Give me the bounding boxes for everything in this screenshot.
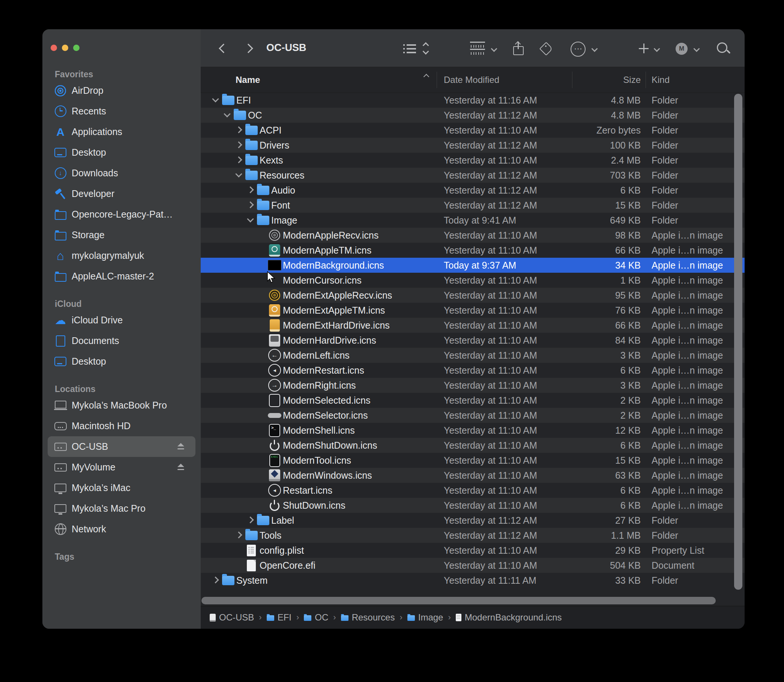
table-row[interactable]: ModernExtHardDrive.icnsYesterday at 11:1…: [201, 318, 745, 333]
table-row[interactable]: ModernLeft.icnsYesterday at 11:10 AM3 KB…: [201, 348, 745, 363]
path-item[interactable]: EFI: [267, 612, 292, 623]
group-grid-icon[interactable]: [470, 41, 485, 55]
table-row[interactable]: ModernExtAppleRecv.icnsYesterday at 11:1…: [201, 288, 745, 303]
column-divider[interactable]: [645, 72, 646, 88]
search-icon[interactable]: [717, 42, 727, 53]
table-row[interactable]: ModernAppleTM.icnsYesterday at 11:10 AM6…: [201, 243, 745, 258]
column-divider[interactable]: [437, 72, 437, 88]
table-row[interactable]: ShutDown.icnsYesterday at 11:10 AM6 KBAp…: [201, 498, 745, 513]
horizontal-scrollbar[interactable]: [201, 597, 716, 604]
table-row[interactable]: ModernWindows.icnsYesterday at 11:10 AM6…: [201, 468, 745, 483]
table-row[interactable]: ModernTool.icnsYesterday at 11:10 AM15 K…: [201, 453, 745, 468]
table-row[interactable]: ModernAppleRecv.icnsYesterday at 11:10 A…: [201, 228, 745, 243]
table-row[interactable]: ModernSelected.icnsYesterday at 11:10 AM…: [201, 393, 745, 408]
chevron-down-icon[interactable]: [212, 96, 219, 102]
sidebar-item-recents[interactable]: Recents: [48, 101, 196, 121]
sort-chevrons-icon[interactable]: [422, 42, 430, 55]
path-item[interactable]: Resources: [341, 612, 395, 623]
tag-icon[interactable]: [540, 43, 551, 54]
column-divider[interactable]: [572, 72, 572, 88]
table-row[interactable]: KextsYesterday at 11:10 AM2.4 MBFolder: [201, 153, 745, 168]
user-chevron-icon[interactable]: [693, 46, 700, 52]
table-row[interactable]: ACPIYesterday at 11:10 AMZero bytesFolde…: [201, 123, 745, 138]
more-options-icon[interactable]: [570, 41, 586, 57]
table-row[interactable]: ModernHardDrive.icnsYesterday at 11:10 A…: [201, 333, 745, 348]
table-row[interactable]: ModernCursor.icnsYesterday at 11:10 AM1 …: [201, 273, 745, 288]
chevron-right-icon[interactable]: [235, 532, 242, 538]
sidebar-item-airdrop[interactable]: AirDrop: [48, 80, 196, 101]
sidebar-item-developer[interactable]: Developer: [48, 183, 196, 204]
chevron-right-icon[interactable]: [247, 186, 253, 193]
group-chevron-icon[interactable]: [491, 46, 497, 52]
add-chevron-icon[interactable]: [654, 46, 660, 52]
table-row[interactable]: FontYesterday at 11:12 AM15 KBFolder: [201, 198, 745, 213]
table-row[interactable]: ModernShutDown.icnsYesterday at 11:10 AM…: [201, 438, 745, 453]
back-button[interactable]: [219, 43, 228, 53]
chevron-right-icon[interactable]: [235, 126, 242, 133]
sidebar-item-desktop[interactable]: Desktop: [48, 142, 196, 163]
table-row[interactable]: SystemYesterday at 11:11 AM33 KBFolder: [201, 573, 745, 588]
sidebar-item-mykola-s-macbook-pro[interactable]: Mykola’s MacBook Pro: [48, 395, 196, 416]
table-row[interactable]: EFIYesterday at 11:16 AM4.8 MBFolder: [201, 92, 745, 108]
column-header-kind[interactable]: Kind: [652, 75, 669, 85]
table-row[interactable]: ModernShell.icnsYesterday at 11:10 AM12 …: [201, 423, 745, 438]
sidebar-item-desktop[interactable]: Desktop: [48, 351, 196, 372]
sidebar-item-documents[interactable]: Documents: [48, 330, 196, 351]
eject-icon[interactable]: [177, 464, 185, 470]
sidebar-item-mykolagrymalyuk[interactable]: mykolagrymalyuk: [48, 245, 196, 266]
minimize-window-button[interactable]: [62, 45, 68, 51]
chevron-down-icon[interactable]: [223, 111, 230, 118]
chevron-down-icon[interactable]: [247, 216, 253, 223]
forward-button[interactable]: [244, 43, 253, 53]
sidebar-item-oc-usb[interactable]: OC-USB: [48, 436, 196, 457]
table-row[interactable]: OpenCore.efiYesterday at 11:10 AM504 KBD…: [201, 558, 745, 573]
column-header-date-modified[interactable]: Date Modified: [444, 75, 499, 85]
sidebar-item-mykola-s-mac-pro[interactable]: Mykola’s Mac Pro: [48, 498, 196, 519]
path-item[interactable]: ModernBackground.icns: [456, 612, 562, 623]
add-icon[interactable]: [639, 43, 649, 53]
table-row[interactable]: ImageToday at 9:41 AM649 KBFolder: [201, 213, 745, 228]
sidebar-item-opencore-legacy-pat[interactable]: Opencore-Legacy-Pat…: [48, 204, 196, 225]
chevron-right-icon[interactable]: [235, 156, 242, 163]
chevron-right-icon[interactable]: [247, 201, 253, 208]
table-row[interactable]: LabelYesterday at 11:12 AM27 KBFolder: [201, 513, 745, 528]
close-window-button[interactable]: [51, 45, 57, 51]
eject-icon[interactable]: [177, 443, 185, 449]
table-row[interactable]: config.plistYesterday at 11:10 AM29 KBPr…: [201, 543, 745, 558]
chevron-right-icon[interactable]: [212, 577, 219, 583]
sidebar-item-network[interactable]: Network: [48, 519, 196, 539]
column-header-size[interactable]: Size: [623, 75, 641, 85]
chevron-right-icon[interactable]: [235, 142, 242, 148]
sidebar-item-applealc-master-2[interactable]: AppleALC-master-2: [48, 266, 196, 287]
sidebar-item-downloads[interactable]: Downloads: [48, 163, 196, 183]
user-badge-icon[interactable]: M: [676, 43, 688, 55]
sidebar-item-storage[interactable]: Storage: [48, 225, 196, 245]
path-item[interactable]: OC-USB: [210, 612, 254, 623]
table-row[interactable]: ModernRight.icnsYesterday at 11:10 AM3 K…: [201, 378, 745, 393]
sidebar-item-applications[interactable]: AApplications: [48, 121, 196, 142]
chevron-down-icon[interactable]: [235, 170, 242, 177]
vertical-scrollbar[interactable]: [734, 94, 743, 590]
table-row[interactable]: ModernRestart.icnsYesterday at 11:10 AM6…: [201, 363, 745, 378]
path-item[interactable]: Image: [407, 612, 443, 623]
sidebar-item-myvolume[interactable]: MyVolume: [48, 457, 196, 478]
table-row[interactable]: Restart.icnsYesterday at 11:10 AM6 KBApp…: [201, 483, 745, 498]
path-item[interactable]: OC: [304, 612, 328, 623]
chevron-right-icon[interactable]: [247, 516, 253, 523]
share-icon[interactable]: [513, 41, 524, 55]
table-row[interactable]: AudioYesterday at 11:12 AM6 KBFolder: [201, 183, 745, 198]
table-row[interactable]: ModernBackground.icnsToday at 9:37 AM34 …: [201, 258, 745, 273]
table-row[interactable]: ModernSelector.icnsYesterday at 11:10 AM…: [201, 408, 745, 423]
table-row[interactable]: OCYesterday at 11:12 AM4.8 MBFolder: [201, 108, 745, 123]
more-chevron-icon[interactable]: [591, 46, 598, 52]
sidebar-item-icloud-drive[interactable]: iCloud Drive: [48, 310, 196, 330]
zoom-window-button[interactable]: [73, 45, 80, 51]
sidebar-item-macintosh-hd[interactable]: Macintosh HD: [48, 416, 196, 436]
list-view-icon[interactable]: [403, 43, 416, 54]
table-row[interactable]: ResourcesYesterday at 11:12 AM703 KBFold…: [201, 168, 745, 183]
column-header-name[interactable]: Name: [236, 75, 260, 85]
table-row[interactable]: DriversYesterday at 11:12 AM100 KBFolder: [201, 138, 745, 153]
table-row[interactable]: ModernExtAppleTM.icnsYesterday at 11:10 …: [201, 303, 745, 318]
table-row[interactable]: ToolsYesterday at 11:12 AM1.1 MBFolder: [201, 528, 745, 543]
sidebar-item-mykola-s-imac[interactable]: Mykola’s iMac: [48, 478, 196, 498]
